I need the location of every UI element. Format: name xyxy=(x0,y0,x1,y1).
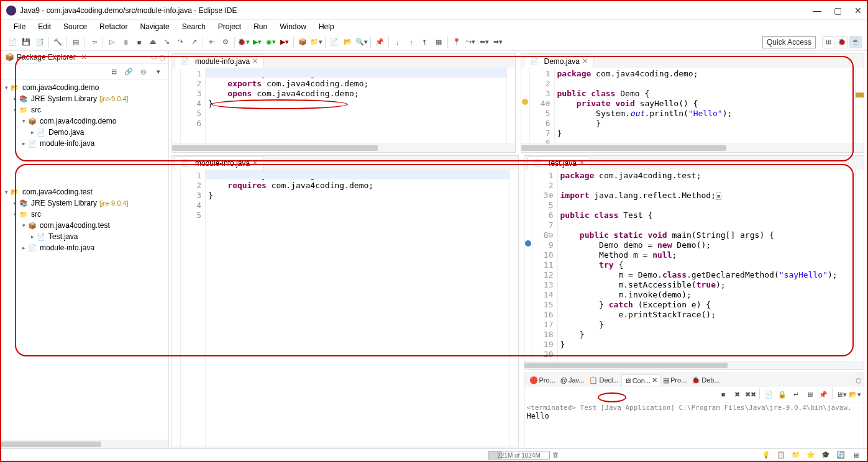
overview-bar[interactable] xyxy=(855,68,864,143)
debug-perspective-button[interactable]: 🐞 xyxy=(836,36,848,48)
build-button[interactable]: 🔨 xyxy=(52,36,64,48)
skip-breakpoints[interactable]: ⤼ xyxy=(88,36,100,48)
back-button[interactable]: ⬅▾ xyxy=(478,36,490,48)
view-maximize-button[interactable]: ▢ xyxy=(159,54,165,61)
open-perspective-button[interactable]: ⊞ xyxy=(822,36,834,48)
gc-button[interactable]: 🗑 xyxy=(552,451,561,460)
code-text[interactable]: package com.java4coding.test; import jav… xyxy=(558,170,856,361)
show-whitespace[interactable]: ¶ xyxy=(419,36,431,48)
menu-file[interactable]: File xyxy=(9,21,30,32)
library-node[interactable]: ▸📚JRE System Library[jre-9.0.4] xyxy=(2,197,167,209)
migrate-icon[interactable]: 🔄 xyxy=(834,449,847,461)
java-file-node[interactable]: ▸📄module-info.java xyxy=(2,242,167,253)
editor-tab[interactable]: 📄module-info.java✕ xyxy=(175,55,263,68)
editor-hscroll[interactable] xyxy=(172,143,515,152)
console-open[interactable]: 📂▾ xyxy=(849,388,861,401)
editor-tab[interactable]: 📄module-info.java✕ xyxy=(175,156,263,170)
next-annotation[interactable]: ↓ xyxy=(391,36,404,48)
view-maximize-button[interactable]: ▢ xyxy=(856,377,861,384)
close-button[interactable]: ✕ xyxy=(854,6,862,16)
console-remove-all[interactable]: ✖✖ xyxy=(744,388,757,401)
samples-icon[interactable]: 📁 xyxy=(790,449,802,461)
package-node[interactable]: ▾📦com.java4coding.test xyxy=(2,220,167,231)
search-button[interactable]: 🔍▾ xyxy=(355,36,368,48)
menu-refactor[interactable]: Refactor xyxy=(94,21,132,32)
step-into-button[interactable]: ↘ xyxy=(160,36,173,48)
console-word-wrap[interactable]: ↵ xyxy=(790,388,802,401)
console-show-standard[interactable]: 🖥 xyxy=(803,388,816,401)
focus-task-button[interactable]: ◎ xyxy=(137,65,150,78)
menu-project[interactable]: Project xyxy=(213,21,246,32)
suspend-button[interactable]: ⏸ xyxy=(119,36,132,48)
next-edit[interactable]: ↪▾ xyxy=(464,36,477,48)
workbench-icon[interactable]: 🖥 xyxy=(849,449,862,461)
step-return-button[interactable]: ↗ xyxy=(188,36,200,48)
javadoc-tab[interactable]: @Jav... xyxy=(558,375,587,385)
menu-help[interactable]: Help xyxy=(314,21,339,32)
java-file-node[interactable]: ▸📄Test.java xyxy=(2,231,167,242)
code-text[interactable]: package com.java4coding.demo; public cla… xyxy=(555,68,856,143)
project-node[interactable]: ▾📂com.java4coding.demo xyxy=(2,82,167,93)
tip-icon[interactable]: 💡 xyxy=(760,449,772,461)
debug-button[interactable]: 🐞▾ xyxy=(237,36,250,48)
forward-button[interactable]: ➡▾ xyxy=(491,36,504,48)
resume-button[interactable]: ▷ xyxy=(106,36,118,48)
console-display-selected[interactable]: 🖥▾ xyxy=(835,388,847,401)
collapse-all-button[interactable]: ⊟ xyxy=(107,65,120,78)
menu-navigate[interactable]: Navigate xyxy=(135,21,174,32)
menu-run[interactable]: Run xyxy=(249,21,272,32)
close-view-button[interactable]: ✕ xyxy=(81,53,87,61)
view-menu-button[interactable]: ▾ xyxy=(152,65,165,78)
console-remove[interactable]: ✖ xyxy=(731,388,743,401)
heap-status[interactable]: 221M of 1024M xyxy=(488,451,550,460)
maximize-button[interactable]: ▢ xyxy=(834,6,842,16)
menu-search[interactable]: Search xyxy=(177,21,211,32)
close-tab-button[interactable]: ✕ xyxy=(252,57,258,65)
close-tab-button[interactable]: ✕ xyxy=(579,159,585,167)
java-perspective-button[interactable]: ☕ xyxy=(849,36,862,48)
coverage-button[interactable]: ◉▾ xyxy=(265,36,277,48)
new-class-button[interactable]: 📄 xyxy=(328,36,340,48)
java-file-node[interactable]: ▸📄Demo.java xyxy=(2,127,167,138)
java-file-node[interactable]: ▸📄module-info.java xyxy=(2,138,167,149)
new-java-project[interactable]: 📦 xyxy=(296,36,309,48)
new-button[interactable]: 📄 xyxy=(6,36,19,48)
editor-hscroll[interactable] xyxy=(524,361,864,369)
package-node[interactable]: ▾📦com.java4coding.demo xyxy=(2,116,167,127)
console-terminate[interactable]: ■ xyxy=(717,388,729,401)
menu-window[interactable]: Window xyxy=(275,21,311,32)
prev-annotation[interactable]: ↑ xyxy=(405,36,418,48)
console-pin[interactable]: 📌 xyxy=(817,388,829,401)
save-all-button[interactable]: 📑 xyxy=(34,36,46,48)
open-type-button[interactable]: 📂 xyxy=(342,36,354,48)
use-step-filters[interactable]: ⚙ xyxy=(219,36,232,48)
overview-icon[interactable]: 📋 xyxy=(775,449,787,461)
console-tab[interactable]: 🖥Con...✕ xyxy=(621,374,660,386)
explorer-scrollbar[interactable] xyxy=(1,440,168,448)
view-minimize-button[interactable]: ▭ xyxy=(151,54,157,61)
minimize-button[interactable]: — xyxy=(813,6,821,16)
toggle-breadcrumb[interactable]: ▤ xyxy=(70,36,82,48)
pin-editor[interactable]: 📍 xyxy=(450,36,463,48)
close-tab-button[interactable]: ✕ xyxy=(582,57,588,65)
editor-hscroll[interactable] xyxy=(521,143,864,152)
overview-bar[interactable] xyxy=(506,68,515,143)
block-selection[interactable]: ▦ xyxy=(432,36,445,48)
toggle-mark-button[interactable]: 📌 xyxy=(373,36,386,48)
console-scroll-lock[interactable]: 🔒 xyxy=(776,388,788,401)
run-button[interactable]: ▶▾ xyxy=(251,36,263,48)
project-node[interactable]: ▾📂com.java4coding.test xyxy=(2,186,167,197)
quick-access-input[interactable]: Quick Access xyxy=(762,36,816,48)
src-folder-node[interactable]: ▾📁src xyxy=(2,209,167,220)
whatsnew-icon[interactable]: ⭐ xyxy=(805,449,817,461)
console-clear[interactable]: 📄 xyxy=(762,388,775,401)
tutorials-icon[interactable]: 🎓 xyxy=(820,449,832,461)
problems-tab[interactable]: 🔴Pro... xyxy=(527,375,558,386)
editor-tab[interactable]: 📄Demo.java✕ xyxy=(524,55,593,68)
disconnect-button[interactable]: ⏏ xyxy=(147,36,159,48)
declaration-tab[interactable]: 📋Decl... xyxy=(587,375,621,386)
menu-source[interactable]: Source xyxy=(58,21,92,32)
debug-tab[interactable]: 🐞Deb... xyxy=(689,375,722,386)
terminate-button[interactable]: ■ xyxy=(133,36,145,48)
new-java-package[interactable]: 📁▾ xyxy=(310,36,322,48)
